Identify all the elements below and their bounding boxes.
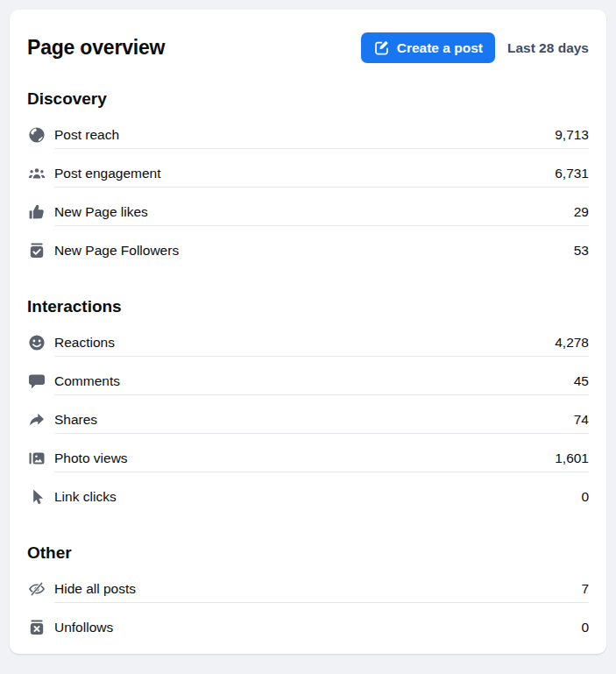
metric-row: New Page Followers 53 [27,237,589,265]
metric-value: 7 [581,581,589,597]
metric-row: Comments 45 [27,367,589,395]
follower-check-icon [28,242,46,259]
metric-value: 0 [581,489,589,505]
globe-icon [28,126,46,144]
metric-value: 45 [574,373,589,389]
metric-value: 53 [574,243,589,259]
people-icon [28,165,46,182]
metric-label: Comments [54,373,120,389]
metric-row: Post engagement 6,731 [27,160,589,188]
metric-row: Link clicks 0 [27,483,589,511]
metric-row: Reactions 4,278 [27,329,589,357]
metrics-sections: Discovery Post reach 9,713 Post engageme… [27,89,589,642]
metric-label: Link clicks [54,489,117,505]
metric-value: 1,601 [555,451,589,466]
metric-row: Shares 74 [27,406,589,434]
metric-label: Unfollows [54,620,113,635]
section-title: Other [27,543,589,563]
metric-label: Shares [54,412,97,428]
comment-icon [28,372,46,390]
date-range-label: Last 28 days [507,40,589,56]
metric-value: 6,731 [555,166,589,181]
metric-label: New Page likes [54,204,148,220]
create-post-button[interactable]: Create a post [361,32,495,63]
metric-value: 74 [574,412,589,428]
metric-row: Post reach 9,713 [27,121,589,149]
section-title: Interactions [27,297,589,316]
cursor-icon [28,488,46,506]
metrics-section: Other Hide all posts 7 Unfollows 0 [27,543,589,642]
hidden-eye-icon [28,580,46,598]
metric-label: New Page Followers [54,243,179,259]
metric-value: 4,278 [555,335,589,351]
metric-label: Reactions [54,335,115,351]
header-actions: Create a post Last 28 days [361,32,589,63]
photo-icon [28,450,46,467]
metric-row: Photo views 1,601 [27,444,589,472]
page-overview-card: Page overview Create a post Last 28 days… [10,10,606,654]
smiley-icon [28,334,46,351]
metric-label: Hide all posts [54,581,136,597]
metrics-section: Discovery Post reach 9,713 Post engageme… [27,89,589,265]
create-post-label: Create a post [397,40,483,56]
card-header: Page overview Create a post Last 28 days [27,32,589,63]
metric-value: 0 [581,620,589,635]
metric-label: Post engagement [54,166,161,181]
metric-row: New Page likes 29 [27,198,589,226]
metric-row: Hide all posts 7 [27,575,589,603]
metrics-section: Interactions Reactions 4,278 Comments 45… [27,297,589,511]
section-title: Discovery [27,89,589,109]
unfollow-icon [28,619,46,636]
metric-row: Unfollows 0 [27,614,589,642]
page-title: Page overview [27,36,165,60]
thumbs-up-icon [28,203,46,221]
compose-icon [373,39,390,56]
metric-value: 29 [574,204,589,220]
share-arrow-icon [28,411,46,429]
metric-label: Photo views [54,451,128,466]
metric-value: 9,713 [555,127,589,143]
metric-label: Post reach [54,127,119,143]
